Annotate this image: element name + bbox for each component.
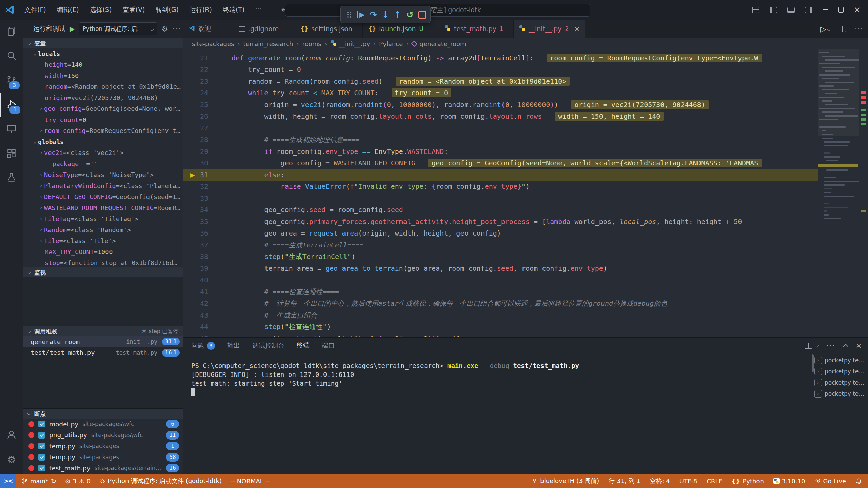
- split-editor-icon[interactable]: [839, 26, 846, 32]
- code-line-39[interactable]: 39terrain_area = geo_area_to_terrain(geo…: [183, 263, 868, 274]
- code-line-23[interactable]: 23random = Random(room_config.seed)rando…: [183, 76, 868, 87]
- variable-vec2i[interactable]: ›vec2i = <class 'vec2i'>: [23, 147, 183, 159]
- indentation-status[interactable]: 空格: 4: [650, 477, 670, 485]
- variable-height[interactable]: height = 140: [23, 59, 183, 70]
- toggle-secondary-sidebar-icon[interactable]: [805, 7, 812, 13]
- drag-handle-button[interactable]: [344, 9, 354, 20]
- minimap[interactable]: [818, 49, 859, 337]
- code-line-32[interactable]: 32raise ValueError(f"Invalid env type: {…: [183, 181, 868, 192]
- variable-Tile[interactable]: ›Tile = <class 'Tile'>: [23, 236, 183, 247]
- run-python-file-button[interactable]: ▷: [820, 25, 830, 33]
- variable-group-locals[interactable]: ⌄locals: [23, 48, 183, 59]
- breakpoint-checkbox[interactable]: [38, 454, 45, 461]
- menu-item-4[interactable]: 查看(V): [119, 3, 149, 16]
- customize-layout-icon[interactable]: [752, 7, 760, 13]
- window-maximize-icon[interactable]: [838, 7, 844, 13]
- code-line-43[interactable]: 43# 生成出口组合: [183, 309, 868, 321]
- tab-__init__.py[interactable]: __init__.py2×: [514, 20, 585, 38]
- activity-item-settings[interactable]: ⚙: [0, 447, 23, 472]
- code-line-33[interactable]: 33: [183, 192, 868, 204]
- code-line-25[interactable]: 25origin = vec2i(random.randint(0, 10000…: [183, 99, 868, 111]
- variable-WASTELAND_ROOM_REQUEST_CONFIG[interactable]: ›WASTELAND_ROOM_REQUEST_CONFIG = RoomR…: [23, 202, 183, 214]
- variable-try_count[interactable]: try_count = 0: [23, 114, 183, 125]
- eol-status[interactable]: CRLF: [707, 477, 722, 485]
- variable-PlanetaryWindConfig[interactable]: ›PlanetaryWindConfig = <class 'Planeta…: [23, 180, 183, 191]
- blame-author[interactable]: blueloveTH (3 周前): [532, 477, 599, 485]
- language-mode[interactable]: {}Python: [732, 477, 764, 485]
- variable-width[interactable]: width = 150: [23, 70, 183, 81]
- variables-section-header[interactable]: 变量: [23, 38, 183, 48]
- variable-Random[interactable]: ›Random = <class 'Random'>: [23, 224, 183, 236]
- go-live-button[interactable]: Go Live: [815, 477, 846, 485]
- variable-room_config[interactable]: ›room_config = RoomRequestConfig(env_t…: [23, 125, 183, 137]
- cursor-position[interactable]: 行 31, 列 1: [609, 477, 640, 485]
- toggle-sidebar-icon[interactable]: [770, 7, 777, 13]
- code-line-21[interactable]: 21def generate_room(room_config: RoomReq…: [183, 52, 868, 64]
- variable-TileTag[interactable]: ›TileTag = <class 'TileTag'>: [23, 214, 183, 225]
- menu-item-5[interactable]: 转到(G): [152, 3, 183, 16]
- activity-item-search[interactable]: [0, 44, 23, 68]
- debug-settings-gear-icon[interactable]: ⚙: [161, 25, 168, 33]
- menu-item-2[interactable]: 编辑(E): [53, 3, 83, 16]
- breakpoint-row-1[interactable]: model.pysite-packages\wfc6: [23, 419, 183, 430]
- terminal-output[interactable]: PS C:\computer_science\godot-ldtk\site-p…: [191, 361, 804, 471]
- variable-MAX_TRY_COUNT[interactable]: MAX_TRY_COUNT = 1000: [23, 246, 183, 258]
- vim-mode-indicator[interactable]: -- NORMAL --: [231, 477, 270, 485]
- code-line-28[interactable]: 28# ====生成初始地理信息====: [183, 134, 868, 146]
- maximize-panel-icon[interactable]: [843, 344, 848, 349]
- more-actions-icon[interactable]: ···: [172, 25, 181, 33]
- code-line-41[interactable]: 41# ====检查连通性====: [183, 286, 868, 298]
- code-line-37[interactable]: 37# ====生成TerrainCell====: [183, 239, 868, 251]
- activity-item-testing[interactable]: [0, 166, 23, 190]
- activity-item-explorer[interactable]: [0, 20, 23, 44]
- code-line-27[interactable]: 27: [183, 122, 868, 134]
- code-line-22[interactable]: 22try_count = 0: [183, 64, 868, 76]
- breakpoint-checkbox[interactable]: [38, 443, 45, 449]
- stack-frame-generate_room[interactable]: generate_room__init__.py31:1: [23, 336, 183, 347]
- activity-item-extensions[interactable]: [0, 142, 23, 166]
- code-line-34[interactable]: 34geo_config.seed = room_config.seed: [183, 204, 868, 216]
- code-line-36[interactable]: 36geo_area = request_area(origin, width,…: [183, 227, 868, 239]
- step-into-button[interactable]: ↓: [380, 9, 391, 20]
- activity-item-remote-explorer[interactable]: [0, 117, 23, 142]
- code-line-31[interactable]: ▶31else:: [183, 169, 868, 181]
- remote-indicator[interactable]: ><: [0, 474, 16, 488]
- menu-item-3[interactable]: 选择(S): [86, 3, 116, 16]
- debug-config-select[interactable]: Python 调试程序: 启:: [79, 22, 157, 35]
- panel-tab-端口[interactable]: 端口: [322, 338, 335, 353]
- code-line-42[interactable]: 42# 计算每一个出口的中心，然后使用astar生成路径，确保每一个出口组合都可…: [183, 298, 868, 309]
- close-panel-icon[interactable]: ×: [856, 341, 862, 350]
- debug-session-status[interactable]: Python 调试程序: 启动文件 (godot-ldtk): [99, 477, 222, 485]
- code-line-24[interactable]: 24while try_count < MAX_TRY_COUNT:try_co…: [183, 87, 868, 99]
- panel-tab-问题[interactable]: 问题3: [191, 338, 215, 353]
- terminal-scrollbar[interactable]: [812, 354, 814, 372]
- start-debug-icon[interactable]: ▶: [70, 25, 75, 33]
- variable-NoiseType[interactable]: ›NoiseType = <class 'NoiseType'>: [23, 169, 183, 181]
- variable-DEFAULT_GEO_CONFIG[interactable]: ›DEFAULT_GEO_CONFIG = GeoConfig(seed=1…: [23, 191, 183, 203]
- terminal-instance-1[interactable]: ›pocketpy te…: [814, 354, 865, 366]
- breakpoint-row-5[interactable]: test_math.pysite-packages\terrain_res…16: [23, 463, 183, 474]
- code-editor[interactable]: 2021def generate_room(room_config: RoomR…: [183, 40, 868, 337]
- terminal-instance-4[interactable]: ›pocketpy te…: [814, 388, 865, 399]
- code-line-44[interactable]: 44step("检查连通性"): [183, 321, 868, 333]
- panel-tab-输出[interactable]: 输出: [227, 338, 240, 353]
- terminal-instance-2[interactable]: ›pocketpy te…: [814, 366, 865, 377]
- code-line-30[interactable]: 30geo_config = WASTELAND_GEO_CONFIGgeo_c…: [183, 157, 868, 169]
- variable-__package__[interactable]: __package__ = '': [23, 158, 183, 169]
- tab-close-icon[interactable]: ×: [574, 25, 580, 33]
- split-terminal-icon[interactable]: [805, 343, 812, 349]
- code-line-45[interactable]: 45exit_combinations:list[tuple[vec2i, ve…: [183, 333, 868, 338]
- panel-tab-调试控制台[interactable]: 调试控制台: [252, 338, 284, 353]
- step-over-button[interactable]: ↷: [368, 9, 378, 20]
- continue-button[interactable]: ▶: [356, 9, 366, 20]
- notifications-bell-icon[interactable]: [855, 478, 862, 484]
- encoding-status[interactable]: UTF-8: [679, 477, 697, 485]
- variable-stop[interactable]: stop = <function stop at 0x1bf8d716d…: [23, 258, 183, 267]
- stop-button[interactable]: [417, 9, 427, 20]
- breadcrumb-item-terrain_research[interactable]: terrain_research: [243, 40, 293, 47]
- breakpoint-checkbox[interactable]: [38, 421, 45, 427]
- terminal-instance-3[interactable]: ›pocketpy te…: [814, 377, 865, 388]
- watch-section-header[interactable]: 监视: [23, 267, 183, 278]
- breadcrumb-item-site-packages[interactable]: site-packages: [192, 40, 234, 47]
- menu-item-8[interactable]: ···: [251, 3, 265, 16]
